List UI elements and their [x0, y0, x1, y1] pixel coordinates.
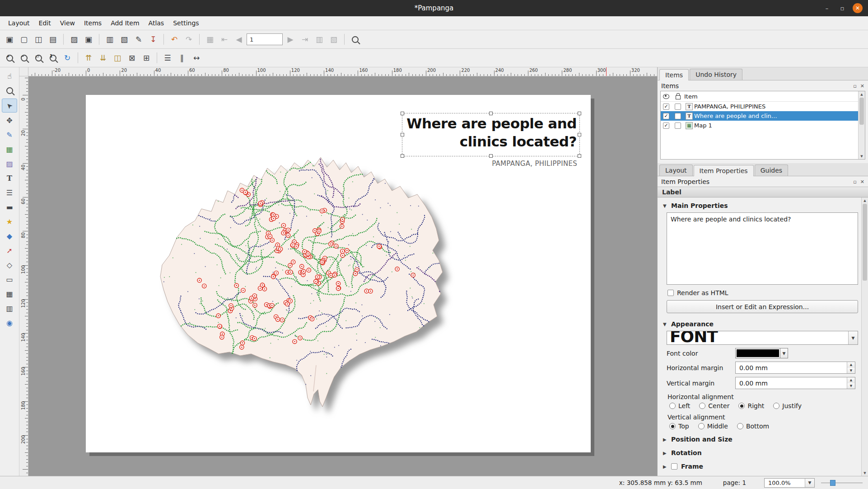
item-row-pampanga-philippines[interactable]: ✓TPAMPANGA, PHILIPPINES	[661, 102, 865, 111]
selection-handle[interactable]	[401, 154, 404, 158]
load-from-template[interactable]: ▨	[67, 33, 81, 46]
select-move-item-tool[interactable]: ➤	[2, 99, 17, 113]
add-arrow-tool[interactable]: ➚	[2, 244, 17, 257]
visibility-checkbox[interactable]: ✓	[663, 122, 669, 129]
radio-bottom[interactable]: Bottom	[737, 423, 769, 430]
lock-selected-items[interactable]: ⊠	[125, 51, 139, 65]
unlock-all-items[interactable]: ⊞	[140, 51, 153, 65]
export-as-pdf[interactable]: ↧	[146, 33, 160, 46]
align-selected-items[interactable]: ☰	[161, 51, 174, 65]
pan-layout-tool[interactable]: ☝	[2, 70, 17, 83]
redo[interactable]: ↷	[182, 33, 196, 46]
font-color-button[interactable]	[735, 348, 780, 358]
add-fixed-table-tool[interactable]: ▥	[2, 302, 17, 315]
menu-settings[interactable]: Settings	[168, 18, 203, 28]
scroll-up-icon[interactable]: ▲	[859, 91, 865, 97]
layout-page[interactable]: Where are people and clinics located? PA…	[86, 95, 591, 452]
font-color-dropdown-icon[interactable]: ▼	[780, 348, 788, 358]
export-as-image[interactable]: ▧	[117, 33, 131, 46]
atlas-first-feature[interactable]: ⇤	[218, 33, 231, 46]
selection-handle[interactable]	[489, 112, 493, 115]
title-label-item-selected[interactable]: Where are people and clinics located?	[402, 113, 580, 156]
section-checkbox[interactable]	[671, 463, 677, 470]
menu-items[interactable]: Items	[79, 18, 106, 28]
scrollbar-thumb[interactable]	[859, 98, 864, 125]
add-shape-tool[interactable]: ◆	[2, 230, 17, 243]
zoom-slider[interactable]	[821, 478, 863, 488]
lock-checkbox[interactable]	[675, 103, 681, 110]
add-marker-tool[interactable]: ◉	[2, 316, 17, 329]
selection-handle[interactable]	[401, 133, 404, 136]
menu-layout[interactable]: Layout	[4, 18, 34, 28]
duplicate-layout[interactable]: ◫	[32, 33, 45, 46]
section-main-properties[interactable]: ▼ Main Properties	[662, 198, 858, 212]
render-as-html-checkbox[interactable]	[667, 290, 674, 296]
selection-handle[interactable]	[578, 133, 581, 136]
atlas-settings[interactable]: ▦	[203, 33, 217, 46]
section-rotation[interactable]: ▶Rotation	[662, 446, 858, 460]
section-appearance[interactable]: ▼ Appearance	[662, 317, 858, 330]
insert-expression-button[interactable]: Insert or Edit an Expression...	[667, 300, 858, 313]
atlas-export[interactable]: ▧	[327, 33, 341, 46]
menu-edit[interactable]: Edit	[34, 18, 56, 28]
label-text-input[interactable]: Where are people and clinics located?	[667, 212, 858, 285]
maximize-button[interactable]: ▫	[837, 3, 847, 13]
visibility-checkbox[interactable]: ✓	[663, 103, 669, 110]
add-html-frame-tool[interactable]: ▭	[2, 273, 17, 286]
close-button[interactable]: ✕	[853, 3, 863, 13]
tab-item-properties[interactable]: Item Properties	[694, 165, 754, 176]
new-layout[interactable]: ▢	[17, 33, 31, 46]
menu-atlas[interactable]: Atlas	[144, 18, 169, 28]
section-position-and-size[interactable]: ▶Position and Size	[662, 433, 858, 446]
properties-scrollbar[interactable]: ▲ ▼	[861, 197, 868, 476]
move-item-content-tool[interactable]: ✥	[2, 114, 17, 127]
item-row-where-are-people-and-clin[interactable]: ✓TWhere are people and clin…	[661, 111, 865, 121]
tab-undo-history[interactable]: Undo History	[690, 69, 742, 80]
float-panel-icon[interactable]: ▫	[853, 83, 856, 89]
zoom-level-combo[interactable]: 100.0% ▼	[764, 478, 815, 488]
horizontal-margin-spinner[interactable]: 0.00 mm ▲▼	[735, 362, 855, 374]
minimize-button[interactable]: –	[822, 3, 832, 13]
add-scalebar-tool[interactable]: ▬	[2, 201, 17, 214]
section-background[interactable]: ▶Background	[662, 473, 858, 476]
tab-items[interactable]: Items	[659, 69, 689, 80]
subtitle-label-item[interactable]: PAMPANGA, PHILIPPINES	[402, 160, 577, 168]
group-items[interactable]: ◫	[111, 51, 124, 65]
layout-manager[interactable]: ▤	[46, 33, 60, 46]
refresh-view[interactable]: ↻	[61, 51, 74, 65]
add-north-arrow-tool[interactable]: ★	[2, 215, 17, 228]
radio-middle[interactable]: Middle	[698, 423, 728, 430]
menu-add-item[interactable]: Add Item	[106, 18, 144, 28]
visibility-checkbox[interactable]: ✓	[663, 113, 669, 119]
radio-right[interactable]: Right	[738, 402, 764, 409]
layout-canvas[interactable]: Where are people and clinics located? PA…	[28, 76, 657, 476]
lower-selected-items[interactable]: ⇊	[96, 51, 110, 65]
items-tree-scrollbar[interactable]: ▲▼	[858, 91, 865, 159]
font-selector[interactable]: Font ▼	[667, 331, 858, 345]
pampanga-map-item[interactable]	[126, 140, 461, 411]
section-frame[interactable]: ▶Frame	[662, 460, 858, 473]
spin-up-icon[interactable]: ▲	[847, 377, 855, 383]
tab-guides[interactable]: Guides	[755, 165, 788, 176]
zoom-tool-tool[interactable]	[2, 84, 17, 97]
zoom-slider-handle[interactable]	[830, 480, 835, 486]
chevron-down-icon[interactable]: ▼	[805, 479, 814, 487]
radio-left[interactable]: Left	[669, 402, 690, 409]
item-row-map-1[interactable]: ✓▦Map 1	[661, 121, 865, 130]
selection-handle[interactable]	[578, 112, 581, 115]
add-label-tool[interactable]: T	[2, 172, 17, 185]
float-properties-icon[interactable]: ▫	[853, 179, 856, 185]
zoom-in[interactable]: +	[3, 51, 16, 65]
scroll-up-icon[interactable]: ▲	[862, 197, 868, 203]
radio-top[interactable]: Top	[669, 423, 689, 430]
add-map-tool[interactable]: ▦	[2, 143, 17, 156]
atlas-previous-feature[interactable]: ◀	[232, 33, 246, 46]
selection-handle[interactable]	[489, 154, 493, 158]
atlas-preview[interactable]	[348, 33, 362, 46]
atlas-next-feature[interactable]: ▶	[284, 33, 297, 46]
edit-nodes-item-tool[interactable]: ✎	[2, 128, 17, 141]
add-attribute-table-tool[interactable]: ▦	[2, 287, 17, 301]
zoom-actual-size[interactable]: 1	[46, 51, 60, 65]
vertical-margin-spinner[interactable]: 0.00 mm ▲▼	[735, 377, 855, 389]
spin-up-icon[interactable]: ▲	[847, 362, 855, 368]
